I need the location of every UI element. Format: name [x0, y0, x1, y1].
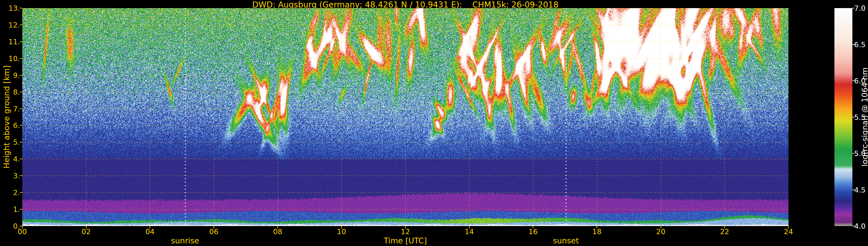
x-tick-mark — [724, 226, 725, 228]
y-tick-mark — [20, 92, 22, 92]
colorbar-tick-mark — [852, 44, 855, 45]
x-tick-mark — [533, 226, 533, 228]
x-tick-mark — [660, 226, 661, 228]
colorbar-tick-label: 5.0 — [854, 149, 866, 158]
y-tick-label: 6. — [0, 121, 20, 130]
x-tick-mark — [341, 226, 342, 228]
x-tick-mark — [597, 226, 597, 228]
y-tick-label: 8. — [0, 88, 20, 96]
x-tick-label: 20 — [656, 227, 665, 236]
x-tick-label: 18 — [592, 227, 601, 236]
x-tick-mark — [214, 226, 214, 228]
sunset-label: sunset — [553, 236, 579, 245]
x-tick-label: 06 — [209, 227, 218, 236]
x-tick-label: 08 — [273, 227, 282, 236]
y-tick-label: 12. — [0, 21, 20, 29]
y-tick-mark — [20, 109, 22, 109]
y-axis-label: Height above ground [km] — [2, 65, 11, 168]
y-tick-mark — [20, 159, 22, 159]
y-tick-mark — [20, 125, 22, 126]
x-tick-mark — [788, 226, 789, 228]
y-tick-label: 2. — [0, 188, 20, 197]
y-tick-mark — [20, 41, 22, 42]
sunrise-label: sunrise — [171, 236, 199, 245]
x-axis-label: Time [UTC] — [384, 236, 427, 245]
y-tick-label: 13. — [0, 4, 20, 12]
x-tick-mark — [469, 226, 470, 228]
y-tick-mark — [20, 25, 22, 25]
x-tick-label: 24 — [784, 227, 793, 236]
y-tick-mark — [20, 175, 22, 176]
y-tick-label: 10. — [0, 54, 20, 63]
colorbar-tick-label: 4.5 — [854, 186, 866, 194]
y-tick-label: 7. — [0, 104, 20, 113]
x-tick-mark — [405, 226, 406, 228]
y-tick-mark — [20, 75, 22, 75]
y-tick-label: 3. — [0, 172, 20, 180]
y-tick-label: 4. — [0, 155, 20, 163]
colorbar-tick-mark — [852, 190, 855, 190]
colorbar-tick-label: 6.0 — [854, 77, 866, 85]
lidar-quicklook-figure: DWD: Augsburg (Germany; 48.4261 N / 10.9… — [0, 0, 868, 246]
x-tick-label: 04 — [145, 227, 155, 236]
colorbar-tick-label: 7.0 — [854, 4, 866, 12]
y-tick-mark — [20, 142, 22, 143]
x-tick-label: 12 — [401, 227, 410, 236]
y-tick-label: 11. — [0, 37, 20, 46]
colorbar-tick-mark — [852, 153, 855, 154]
colorbar-tick-label: 6.5 — [854, 40, 866, 49]
colorbar-tick-label: 5.5 — [854, 113, 866, 121]
x-tick-label: 10 — [337, 227, 346, 236]
y-tick-mark — [20, 226, 22, 226]
y-tick-label: 9. — [0, 71, 20, 79]
grid-and-sunline-overlay — [22, 8, 788, 226]
x-tick-label: 02 — [82, 227, 91, 236]
colorbar-tick-mark — [852, 117, 855, 118]
y-tick-mark — [20, 192, 22, 193]
colorbar-tick-mark — [852, 8, 855, 8]
y-tick-mark — [20, 58, 22, 59]
x-tick-label: 16 — [528, 227, 537, 236]
colorbar-tick-label: 4.0 — [854, 222, 866, 230]
colorbar-tick-mark — [852, 226, 855, 226]
x-tick-label: 14 — [465, 227, 474, 236]
y-tick-mark — [20, 209, 22, 210]
x-tick-label: 22 — [720, 227, 729, 236]
y-tick-label: 1. — [0, 205, 20, 214]
colorbar-tick-mark — [852, 81, 855, 81]
y-tick-label: 0. — [0, 222, 20, 230]
x-tick-mark — [277, 226, 278, 228]
plot-area — [22, 8, 788, 226]
y-tick-mark — [20, 8, 22, 8]
x-tick-mark — [22, 226, 23, 228]
x-tick-mark — [150, 226, 150, 228]
x-tick-mark — [86, 226, 87, 228]
colorbar-gradient — [834, 8, 852, 226]
y-tick-label: 5. — [0, 138, 20, 147]
